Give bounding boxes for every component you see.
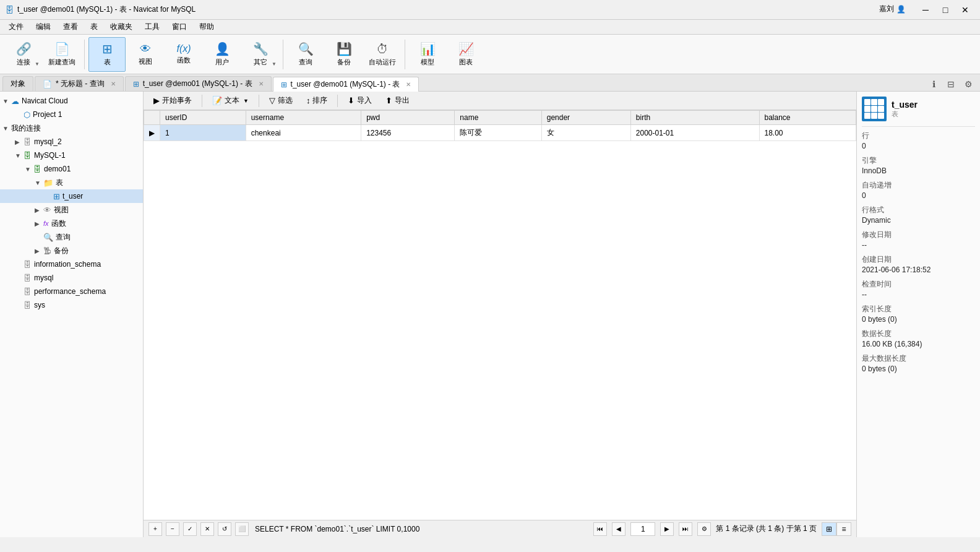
table-button[interactable]: ⊞ 表: [88, 37, 126, 72]
menu-window[interactable]: 窗口: [166, 20, 193, 34]
tab-objects[interactable]: 对象: [2, 76, 33, 91]
tab-tuser-2[interactable]: ⊞ t_user @demo01 (MySQL-1) - 表 ✕: [273, 77, 419, 92]
info-icon[interactable]: ℹ: [927, 77, 940, 91]
tab-tuser1-close[interactable]: ✕: [259, 80, 264, 87]
col-gender[interactable]: gender: [541, 111, 630, 125]
prev-page-button[interactable]: ◀: [612, 522, 625, 536]
mysql1-label: MySQL-1: [34, 151, 66, 160]
import-button[interactable]: ⬇ 导入: [343, 94, 377, 107]
last-page-button[interactable]: ⏭: [679, 522, 692, 536]
info-schema-icon: 🗄: [24, 260, 32, 269]
col-userid[interactable]: userID: [160, 111, 246, 125]
cell-gender[interactable]: 女: [541, 125, 630, 141]
navicat-cloud-item[interactable]: ▼ ☁ Navicat Cloud: [0, 94, 143, 108]
query-button[interactable]: 🔍 查询: [287, 37, 324, 72]
maximize-button[interactable]: □: [935, 1, 955, 19]
menu-view[interactable]: 查看: [57, 20, 84, 34]
my-connections-item[interactable]: ▼ 我的连接: [0, 121, 143, 135]
list-view-button[interactable]: ≡: [836, 522, 851, 536]
mysql-item[interactable]: 🗄 mysql: [0, 271, 143, 285]
stop-button[interactable]: ⬜: [235, 522, 249, 536]
autorun-button[interactable]: ⏱ 自动运行: [364, 37, 401, 72]
page-settings-button[interactable]: ⚙: [697, 522, 711, 536]
menu-favorites[interactable]: 收藏夹: [104, 20, 139, 34]
perf-schema-item[interactable]: 🗄 performance_schema: [0, 285, 143, 298]
cell-balance[interactable]: 18.00: [759, 125, 856, 141]
user-button[interactable]: 👤 用户: [204, 37, 241, 72]
t-user-item[interactable]: ⊞ t_user: [0, 189, 143, 203]
cell-birth[interactable]: 2000-01-01: [630, 125, 759, 141]
filter-button[interactable]: ▽ 筛选: [264, 94, 298, 107]
query-label: 查询: [299, 58, 312, 67]
mysql2-item[interactable]: ▶ 🗄 mysql_2: [0, 135, 143, 149]
cell-userid[interactable]: 1: [160, 125, 246, 141]
mysql1-item[interactable]: ▼ 🗄 MySQL-1: [0, 149, 143, 162]
toolbar-sep-3: [405, 40, 405, 69]
col-name[interactable]: name: [455, 111, 541, 125]
backup-icon: 💾: [337, 41, 352, 56]
func-folder-item[interactable]: ▶ fx 函数: [0, 217, 143, 230]
begin-transaction-button[interactable]: ▶ 开始事务: [148, 94, 197, 107]
next-page-button[interactable]: ▶: [660, 522, 674, 536]
import-label: 导入: [357, 95, 372, 106]
menu-file[interactable]: 文件: [2, 20, 30, 34]
info-maxdatalen-value: 0 bytes (0): [862, 364, 975, 373]
tab-tuser2-close[interactable]: ✕: [406, 81, 411, 88]
view-folder-item[interactable]: ▶ 👁 视图: [0, 203, 143, 217]
delete-row-button[interactable]: −: [166, 522, 179, 536]
tab-tuser-1[interactable]: ⊞ t_user @demo01 (MySQL-1) - 表 ✕: [125, 76, 272, 91]
model-button[interactable]: 📊 模型: [409, 37, 446, 72]
function-button[interactable]: f(x) 函数: [165, 37, 202, 72]
menu-table[interactable]: 表: [84, 20, 104, 34]
view-button[interactable]: 👁 视图: [127, 37, 164, 72]
new-query-button[interactable]: 📄 新建查询: [43, 37, 80, 72]
cell-name[interactable]: 陈可爱: [455, 125, 541, 141]
discard-button[interactable]: ✕: [200, 522, 214, 536]
text-button[interactable]: 📝 文本 ▼: [207, 94, 254, 107]
first-page-button[interactable]: ⏮: [593, 522, 607, 536]
refresh-button[interactable]: ↺: [218, 522, 231, 536]
cell-username[interactable]: chenkeai: [246, 125, 361, 141]
menu-tools[interactable]: 工具: [139, 20, 166, 34]
settings-icon[interactable]: ⚙: [961, 77, 975, 91]
col-username[interactable]: username: [246, 111, 361, 125]
menu-help[interactable]: 帮助: [193, 20, 220, 34]
tc5: [871, 106, 877, 112]
avatar-icon: 👤: [896, 5, 906, 14]
info-datalen-section: 数据长度 16.00 KB (16,384): [862, 329, 975, 348]
table-icon: ⊞: [102, 41, 113, 56]
chart-button[interactable]: 📈 图表: [447, 37, 484, 72]
table-folder-item[interactable]: ▼ 📁 表: [0, 176, 143, 189]
export-button[interactable]: ⬆ 导出: [380, 94, 415, 107]
col-birth[interactable]: birth: [630, 111, 759, 125]
cell-pwd[interactable]: 123456: [361, 125, 455, 141]
col-pwd[interactable]: pwd: [361, 111, 455, 125]
col-balance[interactable]: balance: [759, 111, 856, 125]
close-button[interactable]: ✕: [955, 1, 975, 19]
user-icon: 👤: [215, 41, 230, 56]
tab-query-close[interactable]: ✕: [111, 80, 116, 87]
status-bar-right: ⏮ ◀ ▶ ⏭ ⚙ 第 1 条记录 (共 1 条) 于第 1 页 ⊞ ≡: [593, 522, 851, 536]
tc7: [864, 113, 870, 119]
sys-item[interactable]: 🗄 sys: [0, 298, 143, 312]
table-row[interactable]: ▶ 1 chenkeai 123456 陈可爱 女 2000-01-01 18.…: [144, 125, 856, 141]
info-schema-item[interactable]: 🗄 information_schema: [0, 257, 143, 271]
toolbar-sep-1: [84, 40, 85, 69]
backup-folder-item[interactable]: ▶ 🗜 备份: [0, 244, 143, 257]
page-input[interactable]: [630, 522, 655, 536]
sort-button[interactable]: ↕ 排序: [301, 94, 333, 107]
project1-item[interactable]: ⬡ Project 1: [0, 108, 143, 121]
collapse-icon[interactable]: ⊟: [944, 77, 958, 91]
backup-button[interactable]: 💾 备份: [325, 37, 363, 72]
add-row-button[interactable]: +: [148, 522, 162, 536]
minimize-button[interactable]: ─: [916, 1, 935, 19]
query-folder-item[interactable]: 🔍 查询: [0, 230, 143, 244]
grid-view-button[interactable]: ⊞: [822, 522, 836, 536]
info-rowformat-value: Dynamic: [862, 216, 975, 225]
tab-tuser2-label: t_user @demo01 (MySQL-1) - 表: [291, 79, 400, 90]
tab-untitled-query[interactable]: 📄 * 无标题 - 查询 ✕: [35, 76, 124, 91]
window-controls[interactable]: ─ □ ✕: [916, 1, 975, 19]
demo01-item[interactable]: ▼ 🗄 demo01: [0, 162, 143, 176]
menu-edit[interactable]: 编辑: [30, 20, 57, 34]
confirm-button[interactable]: ✓: [183, 522, 197, 536]
